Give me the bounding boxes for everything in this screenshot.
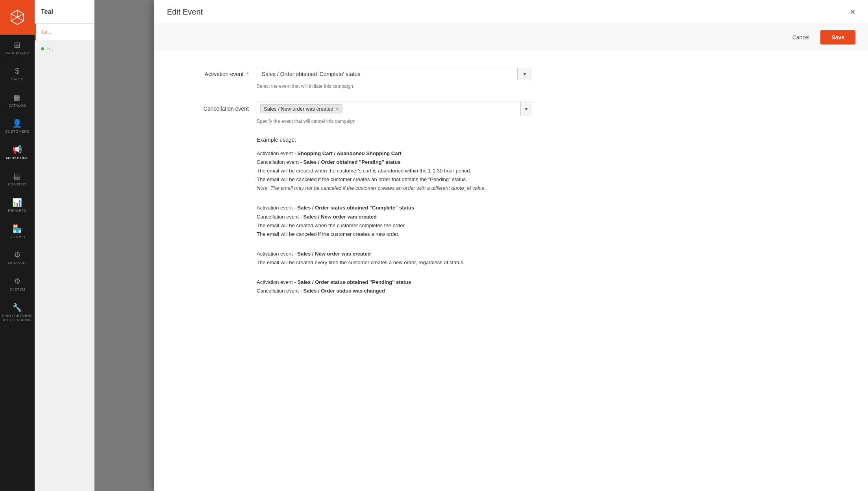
status-dot — [41, 47, 44, 50]
sidebar-item-label: CUSTOMERS — [5, 130, 30, 134]
sidebar-item-label: CONTENT — [8, 182, 27, 187]
page-bg-item-1[interactable]: La... — [35, 24, 94, 41]
tag-value: Sales / New order was created — [264, 106, 333, 112]
sidebar-item-marketing[interactable]: 📢 MARKETING — [0, 139, 35, 166]
sidebar-item-sales[interactable]: $ SALES — [0, 61, 35, 87]
sidebar-item-customers[interactable]: 👤 CUSTOMERS — [0, 113, 35, 139]
activation-event-hint: Select the event that will initiate this… — [257, 83, 532, 89]
example-block-2: Activation event - Sales / Order status … — [257, 204, 844, 238]
sidebar-item-find-partners[interactable]: 🔧 FIND PARTNERS & EXTENSIONS — [0, 297, 35, 328]
example-section: Example usage: Activation event - Shoppi… — [257, 137, 844, 295]
activation-event-field: Sales / Order obtained 'Complete' status… — [257, 67, 532, 89]
sidebar-item-dashboard[interactable]: ⊞ DASHBOARD — [0, 35, 35, 61]
chevron-down-icon[interactable]: ▼ — [520, 102, 532, 116]
sidebar-item-mirasvit[interactable]: ⚙ MIRASVIT — [0, 245, 35, 271]
customers-icon: 👤 — [12, 119, 22, 128]
cancellation-event-select[interactable]: Sales / New order was created × ▼ — [257, 102, 532, 116]
example-block-1-desc2: The email will be canceled if the custom… — [257, 175, 844, 184]
sales-icon: $ — [15, 67, 20, 76]
modal-title: Edit Event — [167, 7, 203, 17]
example-block-4-line2: Cancellation event - Sales / Order statu… — [257, 287, 844, 295]
page-bg-item-2[interactable]: Tr... — [35, 41, 94, 57]
sidebar-item-system[interactable]: ⚙ SYSTEM — [0, 271, 35, 297]
required-indicator: * — [247, 71, 249, 77]
activation-event-label: Activation event * — [178, 67, 257, 77]
sidebar-item-label: DASHBOARD — [5, 51, 30, 56]
example-block-1-note: Note: The email may not be canceled if t… — [257, 184, 844, 193]
secondary-nav: Teal La... Tr... — [35, 0, 94, 491]
tag-container: Sales / New order was created × — [257, 102, 520, 116]
cancel-button[interactable]: Cancel — [786, 31, 816, 44]
content-icon: ▤ — [13, 171, 21, 181]
marketing-icon: 📢 — [12, 145, 22, 154]
dashboard-icon: ⊞ — [14, 40, 21, 50]
main-area: Edit Event × Cancel Save Activation even… — [94, 0, 868, 491]
example-block-3-line1: Activation event - Sales / New order was… — [257, 250, 844, 258]
page-bg-title: Teal — [35, 0, 94, 24]
tag-remove-button[interactable]: × — [336, 106, 339, 112]
cancellation-event-field: Sales / New order was created × ▼ Specif… — [257, 102, 532, 124]
save-button[interactable]: Save — [820, 30, 855, 44]
example-title: Example usage: — [257, 137, 844, 143]
modal-toolbar: Cancel Save — [154, 24, 868, 51]
sidebar-item-label: FIND PARTNERS & EXTENSIONS — [2, 314, 33, 322]
example-block-2-line1: Activation event - Sales / Order status … — [257, 204, 844, 212]
example-block-1-desc1: The email will be created when the custo… — [257, 167, 844, 175]
example-block-3-desc1: The email will be created every time the… — [257, 258, 844, 267]
activation-event-select[interactable]: Sales / Order obtained 'Complete' status… — [257, 67, 532, 81]
activation-event-row: Activation event * Sales / Order obtaine… — [178, 67, 844, 89]
sidebar-item-label: SYSTEM — [9, 287, 25, 292]
sidebar-item-reports[interactable]: 📊 REPORTS — [0, 192, 35, 219]
example-block-1-line1: Activation event - Shopping Cart / Aband… — [257, 149, 844, 158]
sidebar-item-label: SALES — [11, 77, 24, 82]
sidebar: ⊞ DASHBOARD $ SALES ▦ CATALOG 👤 CUSTOMER… — [0, 0, 35, 491]
sidebar-item-label: MIRASVIT — [8, 261, 27, 265]
activation-event-value: Sales / Order obtained 'Complete' status — [257, 67, 517, 81]
sidebar-item-label: CATALOG — [8, 104, 26, 108]
example-block-4: Activation event - Sales / Order status … — [257, 278, 844, 295]
mirasvit-icon: ⚙ — [14, 250, 21, 259]
sidebar-item-stores[interactable]: 🏪 STORES — [0, 219, 35, 245]
stores-icon: 🏪 — [12, 224, 22, 233]
system-icon: ⚙ — [14, 276, 21, 286]
sidebar-item-label: MARKETING — [6, 156, 29, 160]
example-block-2-desc2: The email will be canceled if the custom… — [257, 230, 844, 239]
reports-icon: 📊 — [12, 198, 22, 207]
example-block-2-desc1: The email will be created when the custo… — [257, 221, 844, 230]
chevron-down-icon[interactable]: ▼ — [517, 68, 532, 80]
find-partners-icon: 🔧 — [12, 303, 22, 312]
sidebar-item-label: REPORTS — [8, 209, 27, 213]
example-block-1-line2: Cancellation event - Sales / Order obtai… — [257, 158, 844, 167]
modal-body: Activation event * Sales / Order obtaine… — [154, 51, 868, 491]
cancellation-tag: Sales / New order was created × — [260, 104, 342, 113]
modal-header: Edit Event × — [154, 0, 868, 24]
sidebar-item-content[interactable]: ▤ CONTENT — [0, 166, 35, 192]
sidebar-item-label: STORES — [9, 235, 25, 239]
sidebar-logo[interactable] — [0, 0, 35, 35]
modal-close-button[interactable]: × — [850, 7, 855, 17]
cancellation-event-label: Cancellation event — [178, 102, 257, 112]
cancellation-event-hint: Specify the event that will cancel this … — [257, 119, 532, 124]
edit-event-modal: Edit Event × Cancel Save Activation even… — [154, 0, 868, 491]
example-block-1: Activation event - Shopping Cart / Aband… — [257, 149, 844, 193]
sidebar-item-catalog[interactable]: ▦ CATALOG — [0, 87, 35, 113]
catalog-icon: ▦ — [13, 93, 21, 102]
example-block-4-line1: Activation event - Sales / Order status … — [257, 278, 844, 287]
cancellation-event-row: Cancellation event Sales / New order was… — [178, 102, 844, 124]
example-block-2-line2: Cancellation event - Sales / New order w… — [257, 213, 844, 221]
example-block-3: Activation event - Sales / New order was… — [257, 250, 844, 267]
